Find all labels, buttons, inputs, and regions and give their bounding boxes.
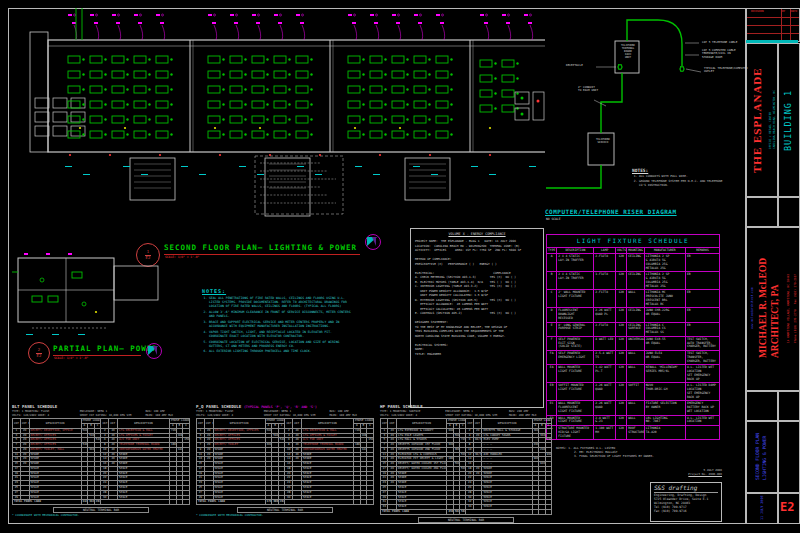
lfs-cell: WALL [627, 290, 645, 308]
panel-column-header: PHASE LOADING [265, 419, 285, 424]
note-item: ALL EXTERIOR LIGHTING THROUGH PHOTOCELL … [209, 349, 352, 353]
note-item: COORDINATE LOCATION OF ELECTRICAL SERVIC… [209, 340, 352, 348]
notes-heading: NOTES: [202, 288, 352, 294]
panel-cell: 60/3 [473, 438, 482, 443]
architect-phone: Phone (910) 270-2778 Fax (910) 270-2667 [791, 229, 798, 387]
sheet-number-section: E2 [777, 492, 800, 524]
lfs-cell: LITHONIA 2 SP G A3B4T8 5G COLUMBIA 25G M… [644, 254, 685, 272]
panel-cell: 1080 [176, 433, 183, 438]
panel-column-header: DESCRIPTION [118, 419, 170, 429]
lfs-cell: WALL [627, 351, 645, 365]
panel-cell: 1440 [176, 447, 183, 452]
lfs-cell: 120 [615, 290, 626, 308]
riser-label-typical-outlet: TYPICAL TELEPHONE/COMPUTER OUTLET [704, 67, 748, 74]
panel-column-header: CKT BRKR TRIP [204, 419, 213, 429]
panel-schedule-blt: BLT PANEL SCHEDULETYPE: 1 MOUNTING: FLUS… [12, 404, 190, 517]
light-fixture-schedule-notes: NOTES: 1. ALL FIXTURES U.L. LISTED2. EB:… [556, 446, 716, 458]
panel-cell: RECEPT/ RECEPTION, OFFICES [213, 428, 265, 433]
lfs-cell: 120 [615, 383, 626, 401]
panel-total-row: TOTAL PANEL LOAD456050205020 [381, 509, 552, 514]
lfs-cell: UNIVERSAL [627, 336, 645, 350]
main-plan-title: SECOND FLOOR PLAN— LIGHTING & POWER [164, 243, 357, 252]
titleblock-spacer-box [746, 390, 779, 422]
panel-total-label [285, 500, 354, 505]
firm-fax: Fax (910) 799-9716 [654, 510, 718, 514]
panel-column-header: DESCRIPTION [29, 419, 81, 429]
panel-meta: TYPE: 1 MOUNTING: FLUSHENCLOSURE: NEMA 1… [196, 410, 374, 417]
triangle-logo [146, 343, 161, 358]
lfs-cell: EB [685, 308, 719, 322]
panel-cell: 180 [354, 443, 361, 448]
lfs-cell: 120 [615, 254, 626, 272]
panel-cell: 540 [94, 438, 101, 443]
lfs-row: EDWALL MOUNTED LIGHT FIXTURE2-8 WATT G-2… [547, 415, 720, 426]
panel-cell: 1440 [360, 447, 367, 452]
lfs-cell: WALL MOUNTED LIGHT FIXTURE [557, 415, 594, 426]
lfs-cell: 120 [615, 322, 626, 336]
lfs-column-header: DESCRIPTION [557, 247, 594, 254]
lfs-cell: CEILING SURFACE [627, 322, 645, 336]
sheet-title: SECOND FLOOR PLAN LIGHTING & POWER [749, 423, 775, 489]
revision-grid [747, 9, 799, 41]
lfs-cell: LITHONIA C COLUMBIA CS METALUX SS [644, 322, 685, 336]
lfs-cell: JUNO EXB-55 OR EQUAL [644, 336, 685, 350]
lfs-cell: TEST SWITCH, TRANSFER, CHARGER, BATTERY [685, 351, 719, 365]
lfs-cell: 2 X 4 STATIC LAY-IN TROFFER [557, 254, 594, 272]
lfs-cell: NUVO THOR-DRIC-GH [644, 383, 685, 401]
panel-cell: 30/3 [473, 452, 482, 457]
drafting-firm-block: S&S drafting Engineering, Drafting, Desi… [650, 482, 722, 522]
panel-total-value [545, 509, 552, 514]
titleblock-spacer-box [777, 420, 800, 494]
lfs-cell: EB [685, 254, 719, 272]
logo-triangle-accent [153, 346, 157, 355]
lfs-cell: WALL MOUNTED FLUORESCENT LIGHT FIXTURE [557, 401, 594, 415]
lfs-cell: SELF POWERED EMERGENCY LIGHT [557, 351, 594, 365]
panel-cell: RECEPTS OUTDOOR 1ST FLOOR [397, 443, 447, 448]
panel-cell: 180 [170, 443, 177, 448]
panel-meta-item: SHORT CKT RATING: 10,000 RMS SYM [80, 414, 146, 418]
panel-meta: TYPE: 1 MOUNTING: SURFACEENCLOSURE: NEMA… [380, 410, 552, 417]
lfs-cell: FLUORESCENT DOWNLIGHT RECESSED [557, 308, 594, 322]
panel-cell: 720 [354, 428, 361, 433]
riser-diagram-title: COMPUTER/TELEPHONE RISER DIAGRAM [545, 208, 677, 215]
lfs-cell: 120 [615, 426, 626, 440]
panel-column-header: DESCRIPTION [302, 419, 354, 429]
panel-cell: 540 [88, 433, 95, 438]
panel-column-header: CKT NO [466, 419, 473, 429]
panel-column-header: CKT NO [381, 419, 388, 429]
riser-label-cat5-computer: CAT 5 COMPUTER CABLE TERMINATE/COIL IN S… [702, 49, 736, 59]
panel-total-value: 4560 [447, 509, 453, 514]
sheet-date: 11 JULY 2006 [755, 494, 769, 521]
titleblock-spacer-box [777, 196, 800, 228]
partial-plan-drawing [12, 252, 182, 342]
panel-cell: 720 [170, 428, 177, 433]
lfs-cell: D [547, 308, 557, 322]
panel-total-value [176, 500, 183, 505]
panel-meta-item: MAIN: 100 AMP MLO [145, 414, 190, 418]
riser-note-item: ALL CONDUITS WITH PULL WIRE. [639, 175, 724, 179]
panel-meta-item: VOLTS: 120/208V WIRE: 4 [12, 414, 80, 418]
lfs-cell: KENALL 'MILLENIUM' SERIES MR5/6L [644, 365, 685, 383]
lfs-cell: SOFFIT [627, 383, 645, 401]
lfs-cell: 120 [615, 415, 626, 426]
lfs-cell: 120 [615, 272, 626, 290]
panel-total-value [360, 500, 367, 505]
building-section: BUILDING 1 [777, 43, 800, 198]
panel-total-value [170, 500, 177, 505]
panel-total-label [101, 500, 170, 505]
panel-cell: 500 [265, 428, 272, 433]
revision-date-header: DATE [791, 10, 797, 13]
architect-name: MICHAEL R. McLEOD ARCHITECT, PA [755, 229, 783, 387]
neutral-terminal-bar-label: NEUTRAL TERMINAL BAR [418, 517, 514, 523]
second-floor-plan-drawing [10, 6, 545, 244]
panel-column-header: CKT BRKR TRIP [20, 419, 29, 429]
light-fixture-schedule-title: LIGHT FIXTURE SCHEDULE [547, 235, 720, 248]
lfs-cell: 2-F32T8 [594, 254, 616, 272]
partial-plan-scale: SCALE: 1/4" = 1'-0" [54, 357, 88, 361]
panel-cell: 540 [278, 438, 285, 443]
lfs-cell: 2-F32T8 [594, 322, 616, 336]
panel-cell: 360 [447, 428, 453, 433]
project-subtitle: OFFICE / RETAIL CENTER CAROLINA BEACH RO… [767, 46, 777, 194]
panel-total-value: 5020 [453, 509, 459, 514]
lfs-cell: STRUCTURE MOUNTED HID/GA LIGHT FIXTURE [557, 426, 594, 440]
